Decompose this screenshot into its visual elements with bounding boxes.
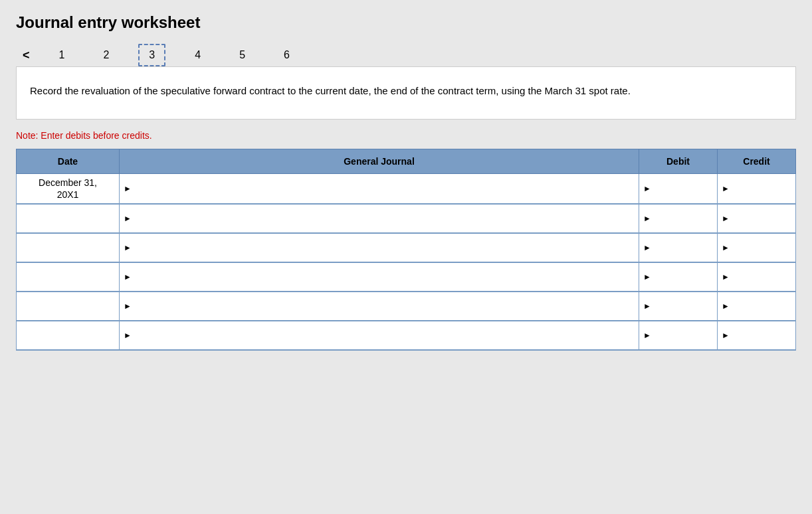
table-row: ► ► ►	[17, 262, 796, 292]
debit-cell-4[interactable]: ►	[639, 262, 718, 292]
tab-3[interactable]: 3	[138, 44, 165, 66]
entry-arrow-5: ►	[124, 301, 132, 311]
table-row: December 31,20X1 ► ► ►	[17, 174, 796, 205]
note-text: Note: Enter debits before credits.	[16, 130, 796, 141]
credit-arrow-3: ►	[722, 243, 730, 252]
header-date: Date	[17, 149, 120, 174]
instruction-text: Record the revaluation of the speculativ…	[30, 83, 782, 99]
journal-input-4[interactable]	[122, 263, 639, 291]
tab-1[interactable]: 1	[50, 45, 74, 65]
journal-cell-6[interactable]: ►	[120, 321, 639, 350]
journal-input-5[interactable]	[122, 292, 639, 320]
table-row: ► ► ►	[17, 321, 796, 350]
table-row: ► ► ►	[17, 204, 796, 233]
credit-cell-5[interactable]: ►	[718, 292, 796, 321]
instruction-box: Record the revaluation of the speculativ…	[16, 66, 796, 120]
journal-cell-4[interactable]: ►	[120, 262, 639, 292]
tab-2[interactable]: 2	[94, 45, 118, 65]
credit-arrow-2: ►	[722, 214, 730, 223]
tab-4[interactable]: 4	[185, 45, 210, 65]
tab-chevron-left[interactable]: <	[23, 48, 30, 62]
credit-cell-4[interactable]: ►	[718, 262, 796, 292]
date-cell-2	[17, 204, 120, 233]
date-cell-3	[17, 233, 120, 262]
credit-cell-3[interactable]: ►	[718, 233, 796, 262]
journal-cell-3[interactable]: ►	[120, 233, 639, 262]
journal-cell-5[interactable]: ►	[120, 292, 639, 321]
debit-cell-2[interactable]: ►	[639, 204, 718, 233]
header-credit: Credit	[718, 149, 796, 174]
date-cell-6	[17, 321, 120, 350]
date-cell-4	[17, 262, 120, 292]
journal-cell-1[interactable]: ►	[120, 174, 639, 205]
date-cell-5	[17, 292, 120, 321]
tab-navigation: < 1 2 3 4 5 6	[16, 44, 796, 66]
tab-6[interactable]: 6	[274, 45, 299, 65]
debit-cell-1[interactable]: ►	[639, 174, 718, 205]
credit-arrow-6: ►	[722, 331, 730, 340]
entry-arrow-6: ►	[124, 331, 132, 340]
journal-table: Date General Journal Debit Credit Decemb…	[16, 149, 796, 351]
debit-arrow-6: ►	[643, 331, 651, 340]
credit-cell-1[interactable]: ►	[718, 174, 796, 205]
page-title: Journal entry worksheet	[16, 13, 796, 32]
tab-5[interactable]: 5	[230, 45, 254, 65]
debit-arrow-5: ►	[643, 301, 651, 311]
header-general-journal: General Journal	[120, 149, 639, 174]
date-cell-1: December 31,20X1	[17, 174, 120, 205]
main-container: Journal entry worksheet < 1 2 3 4 5 6 Re…	[0, 0, 812, 364]
debit-cell-3[interactable]: ►	[639, 233, 718, 262]
entry-arrow-1: ►	[124, 184, 132, 193]
journal-input-6[interactable]	[122, 321, 639, 349]
credit-arrow-5: ►	[722, 301, 730, 311]
entry-arrow-3: ►	[124, 243, 132, 252]
header-debit: Debit	[639, 149, 718, 174]
journal-input-2[interactable]	[122, 205, 639, 232]
table-row: ► ► ►	[17, 292, 796, 321]
journal-input-3[interactable]	[122, 234, 639, 262]
credit-cell-6[interactable]: ►	[718, 321, 796, 350]
debit-arrow-2: ►	[643, 214, 651, 223]
entry-arrow-4: ►	[124, 272, 132, 282]
debit-cell-5[interactable]: ►	[639, 292, 718, 321]
table-row: ► ► ►	[17, 233, 796, 262]
debit-arrow-4: ►	[643, 272, 651, 282]
debit-arrow-3: ►	[643, 243, 651, 252]
debit-arrow-1: ►	[643, 184, 651, 193]
entry-arrow-2: ►	[124, 214, 132, 223]
credit-cell-2[interactable]: ►	[718, 204, 796, 233]
debit-cell-6[interactable]: ►	[639, 321, 718, 350]
credit-arrow-4: ►	[722, 272, 730, 282]
journal-input-1[interactable]	[122, 174, 639, 203]
journal-cell-2[interactable]: ►	[120, 204, 639, 233]
credit-arrow-1: ►	[722, 184, 730, 193]
